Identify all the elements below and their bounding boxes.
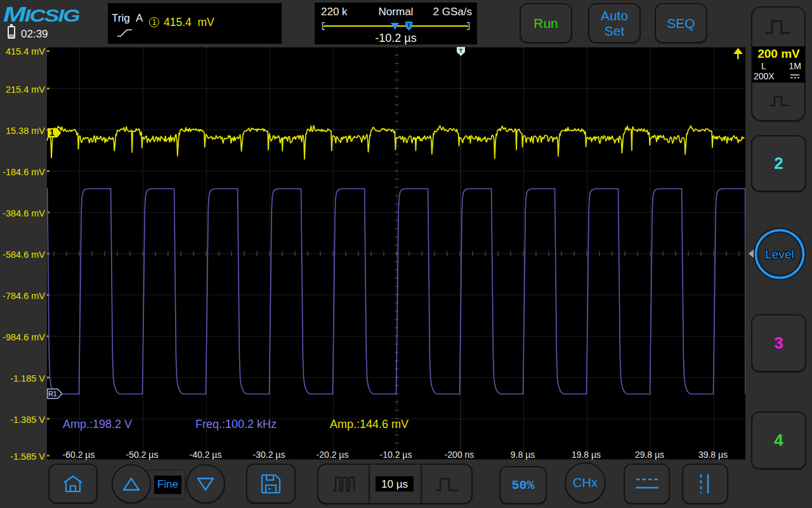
svg-text:T: T (407, 22, 411, 29)
svg-text:T: T (459, 48, 463, 54)
svg-text:R1: R1 (48, 390, 57, 398)
svg-text:1: 1 (49, 128, 55, 138)
svg-text:Level: Level (765, 248, 794, 261)
